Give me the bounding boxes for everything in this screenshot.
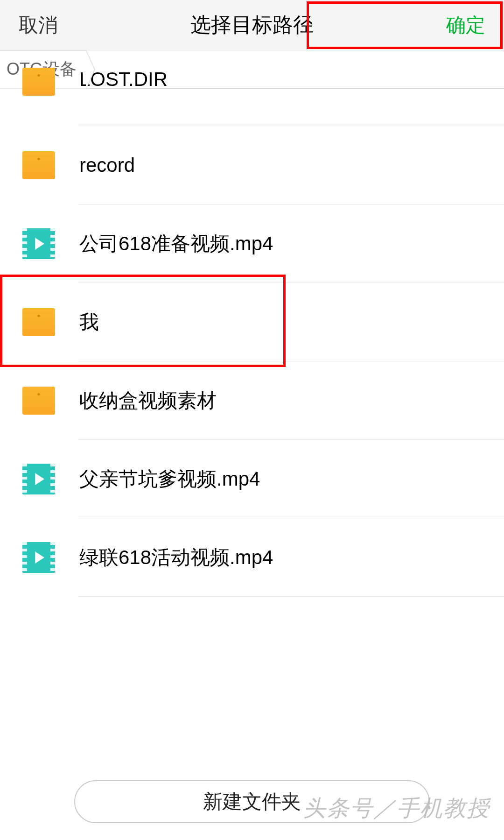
file-list: LOST.DIR record 公司618准备视频.mp4 我 收纳盒视频素材 … xyxy=(0,89,504,840)
cancel-button[interactable]: 取消 xyxy=(19,12,58,38)
list-item[interactable]: record xyxy=(0,126,504,205)
list-item[interactable]: 绿联618活动视频.mp4 xyxy=(0,518,504,597)
video-icon xyxy=(22,463,55,495)
folder-icon xyxy=(22,384,55,417)
file-name-label: 收纳盒视频素材 xyxy=(79,388,217,414)
page-title: 选择目标路径 xyxy=(190,11,314,39)
list-item[interactable]: 我 xyxy=(0,283,504,361)
list-item[interactable]: 公司618准备视频.mp4 xyxy=(0,205,504,283)
file-name-label: 绿联618活动视频.mp4 xyxy=(79,544,273,571)
video-icon xyxy=(22,227,55,260)
file-name-label: 我 xyxy=(79,309,99,335)
list-item[interactable]: 收纳盒视频素材 xyxy=(0,361,504,440)
file-name-label: 公司618准备视频.mp4 xyxy=(79,231,273,257)
folder-icon xyxy=(22,306,55,339)
breadcrumb: OTG设备 xyxy=(0,50,504,89)
video-icon xyxy=(22,541,55,574)
new-folder-button[interactable]: 新建文件夹 xyxy=(74,780,430,823)
header-bar: 取消 选择目标路径 确定 xyxy=(0,0,504,50)
divider xyxy=(78,596,504,597)
list-item[interactable]: LOST.DIR xyxy=(0,89,504,126)
file-name-label: record xyxy=(79,154,135,176)
file-name-label: 父亲节坑爹视频.mp4 xyxy=(79,466,260,492)
list-item[interactable]: 父亲节坑爹视频.mp4 xyxy=(0,440,504,518)
folder-icon xyxy=(22,149,55,182)
confirm-button[interactable]: 确定 xyxy=(446,12,485,38)
folder-icon xyxy=(22,65,55,98)
